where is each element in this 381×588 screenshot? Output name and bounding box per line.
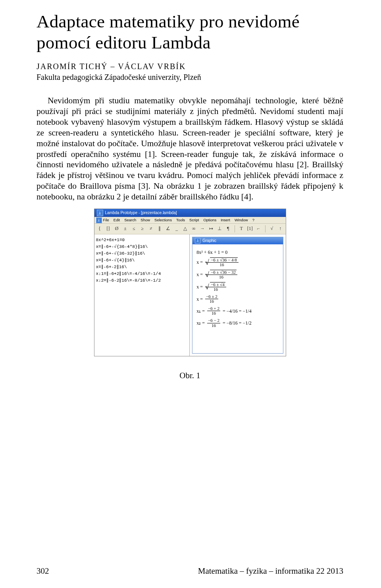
menu-options[interactable]: Options xyxy=(203,218,216,222)
article-title: Adaptace matematiky pro nevidomé pomocí … xyxy=(37,11,343,53)
tb-1bracket[interactable]: [1] xyxy=(247,226,253,232)
equation-line: x₂ = −6 − 2 16 = −8/16 = −1/2 xyxy=(196,318,279,328)
figure-container: λ Lambda Prototype - [prezentace.lambda]… xyxy=(37,209,343,356)
page-number: 302 xyxy=(37,566,49,576)
lambda-icon: λ xyxy=(97,210,103,216)
page-footer: 302 Matematika – fyzika – informatika 22… xyxy=(37,566,343,576)
tb-pilcrow[interactable]: ¶ xyxy=(225,226,231,232)
tb-le[interactable]: ≤ xyxy=(131,226,137,232)
equation-line: x = −6 ± √36 − 4·8 16 xyxy=(196,257,279,267)
equation-line: x₁ = −6 + 2 16 = −4/16 = −1/4 xyxy=(196,306,279,316)
menu-edit[interactable]: Edit xyxy=(114,218,120,222)
content-area: 8x^2+6x+1=0 x=∥-6+-√{36-4*8}∥16\ x=∥-6+-… xyxy=(94,234,286,356)
menu-selections[interactable]: Selections xyxy=(154,218,172,222)
tb-neq[interactable]: ≠ xyxy=(148,226,154,232)
editor-line: x=∥-6+-2∥16\ xyxy=(96,264,188,271)
tb-brace[interactable]: { xyxy=(97,226,103,232)
tb-parallel[interactable]: ∥ xyxy=(157,226,163,232)
menu-script[interactable]: Script xyxy=(189,218,199,222)
equation-line: x = −6 ± √36 − 32 16 xyxy=(196,270,279,280)
tb-up[interactable]: ↑ xyxy=(277,226,283,232)
journal-info: Matematika – fyzika – informatika 22 201… xyxy=(198,566,343,576)
equation-line: 8x² + 6x + 1 = 0 xyxy=(196,250,279,255)
tb-perp[interactable]: ⊥ xyxy=(217,226,223,232)
editor-line: x=∥-6+-√{36-4*8}∥16\ xyxy=(96,244,188,250)
graphic-subwindow: λ Graphic 8x² + 6x + 1 = 0 x = −6 ± √36 … xyxy=(192,237,283,354)
equation-line: x = −6 ± 2 16 xyxy=(196,294,279,304)
editor-line: x=∥-6+-√{4}∥16\ xyxy=(96,257,188,264)
menu-show[interactable]: Show xyxy=(140,218,150,222)
tb-underscore[interactable]: _ xyxy=(174,226,180,232)
window-title: Lambda Prototype - [prezentace.lambda] xyxy=(105,211,177,215)
menu-file[interactable]: File xyxy=(103,218,109,222)
editor-line: 8x^2+6x+1=0 xyxy=(96,237,188,244)
equation-line: x = −6 ± √4 16 xyxy=(196,282,279,292)
tb-mapsto[interactable]: ↦ xyxy=(208,226,214,232)
tb-triangle[interactable]: △ xyxy=(182,226,188,232)
graphic-body: 8x² + 6x + 1 = 0 x = −6 ± √36 − 4·8 16 x… xyxy=(192,244,283,353)
body-text: Nevidomým při studiu matematiky obvykle … xyxy=(37,96,343,201)
article-authors: JAROMÍR TICHÝ – VÁCLAV VRBÍK xyxy=(37,62,343,71)
menu-help[interactable]: ? xyxy=(252,218,254,222)
graphic-pane: λ Graphic 8x² + 6x + 1 = 0 x = −6 ± √36 … xyxy=(190,234,285,356)
menu-insert[interactable]: Insert xyxy=(221,218,230,222)
graphic-titlebar: λ Graphic xyxy=(192,237,283,244)
tb-sqrt[interactable]: √ xyxy=(269,226,275,232)
menu-bar: λ File Edit Search Show Selections Tools… xyxy=(94,217,286,224)
linear-editor[interactable]: 8x^2+6x+1=0 x=∥-6+-√{36-4*8}∥16\ x=∥-6+-… xyxy=(94,234,190,356)
graphic-title: Graphic xyxy=(202,238,216,243)
lambda-menu-icon: λ xyxy=(96,217,102,223)
menu-window[interactable]: Window xyxy=(235,218,248,222)
article-body: Nevidomým při studiu matematiky obvykle … xyxy=(37,95,343,202)
menu-search[interactable]: Search xyxy=(124,218,136,222)
window-titlebar: λ Lambda Prototype - [prezentace.lambda] xyxy=(94,209,286,217)
menu-tools[interactable]: Tools xyxy=(176,218,185,222)
tb-neg[interactable]: ⌐ xyxy=(256,226,262,232)
editor-line: x=∥-6+-√{36-32}∥16\ xyxy=(96,250,188,257)
lambda-window: λ Lambda Prototype - [prezentace.lambda]… xyxy=(94,209,286,356)
tb-plusminus[interactable]: ± xyxy=(122,226,128,232)
figure-caption: Obr. 1 xyxy=(37,371,343,381)
tb-arrow[interactable]: → xyxy=(200,226,206,232)
toolbar: { [] Ø ± ≤ ≥ ≠ ∥ ∠ _ △ ∞ → ↦ ⊥ ¶ T [1] ⌐ xyxy=(94,224,286,234)
tb-text[interactable]: T xyxy=(239,226,244,232)
tb-emptyset[interactable]: Ø xyxy=(114,226,120,232)
editor-line: x↓2=∥-6-2∥16\=-8/16\=-1/2 xyxy=(96,277,188,284)
tb-infinity[interactable]: ∞ xyxy=(191,226,197,232)
lambda-icon: λ xyxy=(195,238,200,244)
article-affiliation: Fakulta pedagogická Západočeské univerzi… xyxy=(37,73,343,82)
tb-ge[interactable]: ≥ xyxy=(139,226,145,232)
tb-angle[interactable]: ∠ xyxy=(165,226,171,232)
editor-line: x↓1=∥-6+2∥16\=-4/16\=-1/4 xyxy=(96,271,188,277)
tb-brackets[interactable]: [] xyxy=(105,226,111,232)
